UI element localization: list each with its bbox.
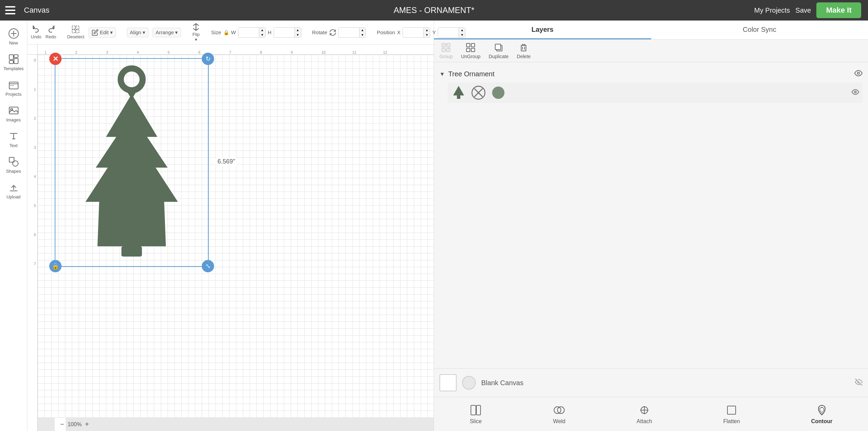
sidebar-item-shapes[interactable]: Shapes xyxy=(0,152,27,178)
layer-items-visibility-icon[interactable] xyxy=(852,88,859,97)
pos-x-down[interactable]: ▼ xyxy=(424,32,430,37)
position-y-field: 0.319 ▲▼ xyxy=(438,27,465,38)
sidebar-item-templates[interactable]: Templates xyxy=(0,50,27,75)
rotate-up[interactable]: ▲ xyxy=(359,28,366,32)
deselect-button[interactable]: Deselect xyxy=(67,25,84,39)
tab-layers[interactable]: Layers xyxy=(434,21,651,39)
duplicate-button[interactable]: Duplicate xyxy=(489,43,509,59)
zoom-out-button[interactable]: − xyxy=(60,420,64,428)
weld-button[interactable]: Weld xyxy=(553,404,565,425)
svg-point-44 xyxy=(492,87,504,99)
width-down[interactable]: ▼ xyxy=(259,32,265,37)
pos-y-up[interactable]: ▲ xyxy=(459,28,465,32)
svg-point-22 xyxy=(121,68,143,90)
position-control-group: Position X 1.611 ▲▼ Y 0.319 ▲▼ xyxy=(377,27,465,38)
make-it-button[interactable]: Make It xyxy=(816,2,861,18)
width-field: 5 ▲▼ xyxy=(238,27,266,38)
position-x-field: 1.611 ▲▼ xyxy=(403,27,430,38)
tab-color-sync[interactable]: Color Sync xyxy=(651,21,868,39)
sidebar-item-new[interactable]: New xyxy=(0,24,27,50)
contour-button[interactable]: Contour xyxy=(811,404,832,425)
layer-item-circle-fill-icon[interactable] xyxy=(491,85,506,100)
svg-point-38 xyxy=(857,72,859,74)
pos-x-up[interactable]: ▲ xyxy=(424,28,430,32)
svg-rect-30 xyxy=(471,43,475,47)
undo-button[interactable]: Undo xyxy=(31,25,41,39)
ornament-tree[interactable] xyxy=(62,62,202,263)
project-title: AMES - ORNAMENT* xyxy=(394,5,474,15)
svg-rect-40 xyxy=(457,95,460,99)
sidebar-left: New Templates Projects Images Text Shape… xyxy=(0,21,27,431)
rotate-down[interactable]: ▼ xyxy=(359,32,366,37)
canvas-area[interactable]: 1 2 3 4 5 6 7 8 9 10 11 12 0 1 2 3 4 5 6… xyxy=(27,44,434,431)
svg-rect-2 xyxy=(5,13,15,14)
svg-rect-34 xyxy=(495,44,501,50)
lock-handle[interactable]: 🔒 xyxy=(49,260,62,272)
svg-rect-1 xyxy=(5,10,15,11)
sidebar-item-upload[interactable]: Upload xyxy=(0,178,27,204)
position-y-input[interactable]: 0.319 xyxy=(438,28,459,37)
flatten-button[interactable]: Flatten xyxy=(723,404,740,425)
sidebar-item-images[interactable]: Images xyxy=(0,101,27,127)
toolbar: Undo Redo Deselect Edit ▾ Align ▾ Arrang… xyxy=(27,21,434,44)
save-button[interactable]: Save xyxy=(795,6,811,14)
sidebar-item-text[interactable]: Text xyxy=(0,127,27,152)
rotate-input[interactable]: 0 xyxy=(339,28,359,37)
position-x-input[interactable]: 1.611 xyxy=(403,28,423,37)
height-input[interactable]: 6.569 xyxy=(274,28,294,37)
blank-canvas-label: Blank Canvas xyxy=(481,379,850,387)
height-up[interactable]: ▲ xyxy=(295,28,301,32)
topbar-right: My Projects Save Make It xyxy=(754,2,861,18)
blank-canvas-swatch[interactable] xyxy=(439,374,457,391)
pos-y-down[interactable]: ▼ xyxy=(459,32,465,37)
layer-visibility-icon[interactable] xyxy=(854,69,863,79)
panel-toolbar: Group UnGroup Duplicate Delete xyxy=(434,40,868,62)
attach-button[interactable]: Attach xyxy=(636,404,652,425)
ungroup-button[interactable]: UnGroup xyxy=(461,43,481,59)
layer-items xyxy=(448,82,863,103)
rotate-control-group: Rotate 0 ▲▼ xyxy=(312,27,366,38)
layer-section: ▼ Tree Ornament xyxy=(434,62,868,106)
size-lock-icon[interactable]: 🔒 xyxy=(223,30,229,35)
menu-icon[interactable] xyxy=(0,6,21,14)
zoom-in-button[interactable]: + xyxy=(85,420,89,428)
ruler-left: 0 1 2 3 4 5 6 7 xyxy=(27,55,38,431)
rotate-field: 0 ▲▼ xyxy=(338,27,366,38)
svg-rect-13 xyxy=(9,61,13,64)
rotate-handle[interactable]: ↻ xyxy=(202,53,214,65)
sidebar-item-projects[interactable]: Projects xyxy=(0,75,27,101)
align-dropdown[interactable]: Align ▾ xyxy=(127,28,148,37)
svg-rect-53 xyxy=(727,406,736,414)
layer-name: Tree Ornament xyxy=(448,70,851,78)
ruler-corner xyxy=(27,44,38,55)
group-button[interactable]: Group xyxy=(439,43,453,59)
canvas-label: Canvas xyxy=(24,6,50,15)
svg-rect-3 xyxy=(72,26,75,29)
layer-expand-icon[interactable]: ▼ xyxy=(439,71,445,77)
width-up[interactable]: ▲ xyxy=(259,28,265,32)
layer-item-circle-x-icon[interactable] xyxy=(471,85,486,100)
svg-point-45 xyxy=(854,91,856,93)
arrange-dropdown[interactable]: Arrange ▾ xyxy=(153,28,181,37)
layer-item-tree-icon[interactable] xyxy=(451,85,466,100)
layer-header[interactable]: ▼ Tree Ornament xyxy=(439,66,863,82)
svg-rect-28 xyxy=(443,45,449,50)
blank-canvas-circle[interactable] xyxy=(462,376,476,390)
blank-canvas-hide-icon[interactable] xyxy=(855,378,863,388)
slice-button[interactable]: Slice xyxy=(470,404,482,425)
delete-button[interactable]: Delete xyxy=(517,43,530,59)
redo-button[interactable]: Redo xyxy=(45,25,56,39)
zoom-bar: − 100% + xyxy=(55,417,66,431)
svg-rect-35 xyxy=(521,45,526,51)
width-input[interactable]: 5 xyxy=(238,28,259,37)
rotate-icon xyxy=(329,29,336,36)
canvas-grid[interactable]: ✕ ↻ 🔒 ⤡ 6.569" + xyxy=(38,55,434,417)
edit-dropdown[interactable]: Edit ▾ xyxy=(89,27,116,38)
svg-rect-6 xyxy=(76,30,79,33)
flip-button[interactable]: Flip ▾ xyxy=(192,23,200,42)
my-projects-button[interactable]: My Projects xyxy=(754,6,790,14)
height-down[interactable]: ▼ xyxy=(295,32,301,37)
resize-handle[interactable]: ⤡ xyxy=(202,260,214,272)
delete-handle[interactable]: ✕ xyxy=(49,53,62,65)
zoom-level: 100% xyxy=(68,421,82,428)
